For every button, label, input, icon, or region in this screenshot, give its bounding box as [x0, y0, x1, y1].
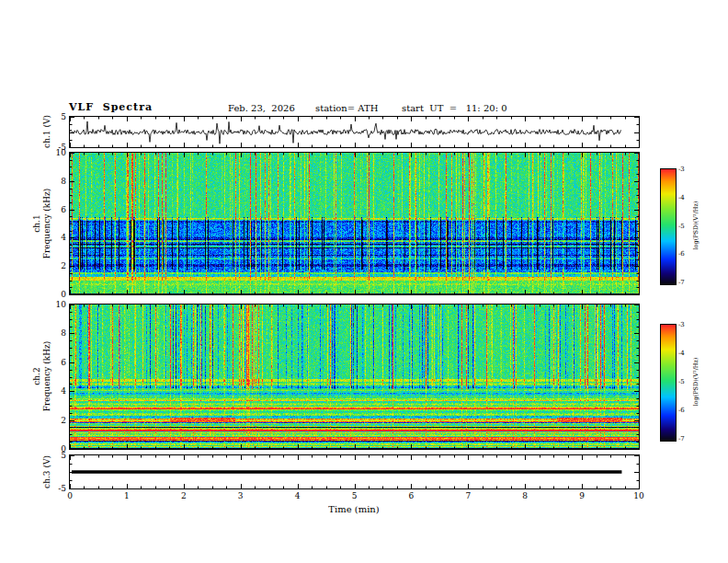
ch1-spec-y-tick-label: 8	[61, 177, 66, 186]
ch2-spectrogram-plot	[70, 304, 639, 449]
ch2-spec-y-tick-label: 4	[61, 386, 66, 396]
colorbar-ch2-tick-label: -3	[678, 321, 685, 328]
x-tick-label: 1	[124, 491, 130, 500]
ch3-wave-y-tick-label: -5	[58, 484, 66, 493]
colorbar-ch1-tick-label: -4	[678, 194, 685, 201]
ch1-wave-ylabel: ch.1 (V)	[42, 115, 51, 148]
colorbar-ch1-tick-label: -6	[678, 250, 685, 258]
ch1-spec-y-tick-label: 2	[61, 261, 66, 270]
ch1-spec-ylabel: ch.1 Frequency (kHz)	[32, 189, 52, 259]
x-tick-label: 8	[522, 491, 528, 500]
ch2-spec-y-tick-label: 2	[61, 416, 66, 425]
ch2-spec-y-tick-label: 10	[56, 300, 66, 309]
ch1-spec-y-tick-label: 6	[61, 205, 66, 214]
figure-start-ut: start UT = 11: 20: 0	[402, 103, 507, 113]
ch2-spec-ylabel-line2: Frequency (kHz)	[42, 341, 52, 412]
x-tick-label: 3	[238, 491, 244, 500]
colorbar-ch2-tick-label: -4	[678, 350, 685, 357]
ch1-spectrogram-panel	[69, 152, 640, 295]
x-tick-label: 0	[67, 491, 73, 500]
colorbar-ch2	[660, 324, 677, 442]
x-tick-label: 4	[295, 491, 301, 500]
ch1-spec-ylabel-line2: Frequency (kHz)	[42, 189, 52, 259]
ch3-waveform-panel	[69, 454, 640, 489]
ch2-spec-y-tick-label: 6	[61, 358, 66, 367]
ch2-spec-ylabel: ch.2 Frequency (kHz)	[32, 341, 52, 412]
figure-station: station= ATH	[315, 103, 378, 113]
colorbar-ch1-label: log(PSD)(V²/Hz)	[692, 201, 700, 250]
colorbar-ch1	[660, 168, 677, 285]
x-tick-label: 2	[181, 491, 187, 500]
ch2-spectrogram-panel	[69, 304, 640, 450]
colorbar-ch1-tick-label: -3	[678, 166, 685, 173]
ch1-spectrogram-plot	[70, 153, 639, 294]
x-tick-label: 7	[465, 491, 471, 500]
colorbar-ch1-tick-label: -5	[678, 223, 685, 230]
ch1-waveform-panel	[69, 116, 640, 148]
ch1-spec-ylabel-line1: ch.1	[32, 189, 42, 259]
x-tick-label: 10	[633, 491, 643, 500]
vlf-spectra-figure: VLF Spectra Feb. 23, 2026 station= ATH s…	[0, 0, 728, 563]
colorbar-ch2-tick-label: -6	[678, 407, 685, 414]
figure-title: VLF Spectra	[69, 101, 153, 113]
colorbar-ch1-tick-label: -7	[678, 279, 685, 286]
x-tick-label: 6	[409, 491, 415, 500]
ch1-wave-y-tick-label: 5	[61, 112, 66, 121]
colorbar-ch2-gradient	[661, 325, 676, 441]
ch2-spec-y-tick-label: 8	[61, 328, 66, 338]
figure-date: Feb. 23, 2026	[228, 103, 295, 113]
colorbar-ch2-tick-label: -7	[678, 435, 685, 442]
ch2-spec-ylabel-line1: ch.2	[32, 341, 42, 412]
ch3-wave-y-tick-label: 5	[61, 451, 66, 460]
ch1-wave-y-tick-label: -5	[58, 143, 66, 152]
ch1-spec-y-tick-label: 4	[61, 233, 66, 242]
colorbar-ch2-label: log(PSD)(V²/Hz)	[692, 358, 700, 407]
x-axis-label: Time (min)	[328, 504, 379, 514]
x-tick-label: 9	[579, 491, 585, 500]
ch1-spec-y-tick-label: 0	[61, 290, 66, 299]
colorbar-ch2-tick-label: -5	[678, 378, 685, 385]
ch1-waveform-plot	[70, 117, 639, 147]
colorbar-ch1-gradient	[661, 169, 676, 284]
x-tick-label: 5	[352, 491, 358, 500]
ch3-wave-ylabel: ch.3 (V)	[42, 455, 51, 488]
ch3-waveform-plot	[70, 455, 639, 488]
